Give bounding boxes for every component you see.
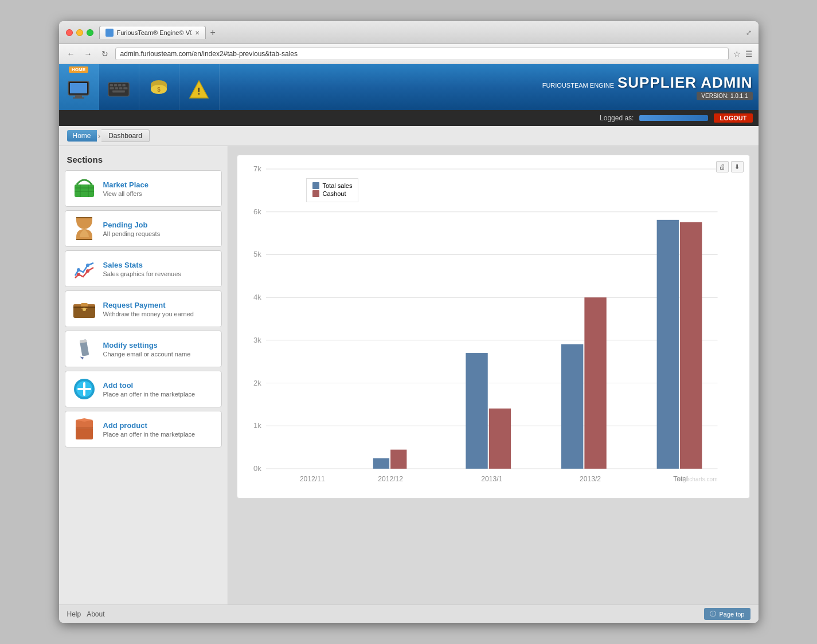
back-button[interactable]: ← xyxy=(65,48,77,60)
breadcrumb-home[interactable]: Home xyxy=(67,130,97,142)
chart-container: 🖨 ⬇ Total sales Cashout xyxy=(237,155,750,498)
page-top-label: Page top xyxy=(719,611,744,618)
reload-button[interactable]: ↻ xyxy=(99,48,111,60)
footer: Help About ⓘ Page top xyxy=(59,604,759,623)
breadcrumb: Home › Dashboard xyxy=(59,126,759,146)
bar-2012-12-red xyxy=(390,450,406,469)
browser-tab[interactable]: FuriousTeam® Engine© V0... ✕ xyxy=(99,26,206,39)
svg-text:1k: 1k xyxy=(253,421,261,430)
bookmark-icon[interactable]: ☆ xyxy=(733,49,741,58)
brand-small-text: FURIOUSTEAM ENGINE xyxy=(542,82,614,89)
svg-rect-3 xyxy=(73,97,84,99)
add-tool-icon xyxy=(72,377,96,401)
chest-svg xyxy=(72,299,96,319)
resize-icon: ⤢ xyxy=(746,29,752,37)
logged-bar: Logged as: LOGOUT xyxy=(59,110,759,126)
box-svg xyxy=(72,418,96,441)
market-place-icon xyxy=(72,176,96,201)
market-place-title: Market Place xyxy=(103,180,214,189)
minimize-button[interactable] xyxy=(76,29,83,36)
svg-text:2k: 2k xyxy=(253,379,261,387)
maximize-button[interactable] xyxy=(87,29,93,36)
close-button[interactable] xyxy=(66,29,73,36)
chart-legend: Total sales Cashout xyxy=(306,178,359,202)
bar-2013-1-blue xyxy=(466,353,487,469)
forward-button[interactable]: → xyxy=(82,48,95,60)
svg-point-30 xyxy=(86,269,89,273)
svg-rect-1 xyxy=(70,83,87,93)
tab-close-icon[interactable]: ✕ xyxy=(195,30,200,36)
new-tab-icon[interactable]: + xyxy=(208,28,218,38)
sidebar-item-add-tool[interactable]: Add tool Place an offer in the marketpla… xyxy=(65,371,222,407)
request-payment-title: Request Payment xyxy=(103,301,214,309)
svg-text:2012/12: 2012/12 xyxy=(378,475,403,483)
legend-cashout-color xyxy=(312,190,319,197)
menu-icon[interactable]: ☰ xyxy=(745,49,753,58)
request-payment-text: Request Payment Withdraw the money you e… xyxy=(103,301,214,317)
main-content: Sections Market Place View all offers xyxy=(59,146,759,604)
about-link[interactable]: About xyxy=(87,610,104,618)
header-nav-icons: HOME xyxy=(59,64,220,110)
breadcrumb-separator: › xyxy=(97,131,102,140)
svg-rect-11 xyxy=(119,87,122,89)
svg-rect-8 xyxy=(122,84,125,87)
svg-text:5k: 5k xyxy=(253,250,261,258)
add-product-text: Add product Place an offer in the market… xyxy=(103,421,214,438)
svg-text:2013/2: 2013/2 xyxy=(579,475,600,483)
svg-text:7k: 7k xyxy=(253,164,261,173)
sidebar-item-market-place[interactable]: Market Place View all offers xyxy=(65,170,222,207)
legend-total-sales-color xyxy=(312,182,319,189)
modify-settings-text: Modify settings Change email or account … xyxy=(103,341,214,358)
svg-text:!: ! xyxy=(197,87,200,96)
bar-2013-2-red xyxy=(584,297,606,469)
sales-stats-text: Sales Stats Sales graphics for revenues xyxy=(103,261,214,277)
svg-rect-20 xyxy=(75,184,94,197)
sidebar-item-pending-job[interactable]: Pending Job All pending requests xyxy=(65,210,222,247)
svg-text:6k: 6k xyxy=(253,207,261,216)
warning-nav-button[interactable]: ! xyxy=(179,64,220,110)
bar-2013-1-red xyxy=(488,409,510,469)
svg-rect-7 xyxy=(118,84,121,87)
svg-rect-2 xyxy=(75,95,82,97)
pending-job-title: Pending Job xyxy=(103,221,214,229)
market-place-text: Market Place View all offers xyxy=(103,180,214,197)
pending-job-icon xyxy=(72,217,96,241)
sidebar-item-request-payment[interactable]: Request Payment Withdraw the money you e… xyxy=(65,290,222,327)
header-brand: FURIOUSTEAM ENGINE SUPPLIER ADMIN VERSIO… xyxy=(542,74,759,100)
modify-settings-icon xyxy=(72,337,96,361)
svg-text:0k: 0k xyxy=(253,464,261,473)
home-nav-button[interactable]: HOME xyxy=(59,64,99,110)
breadcrumb-current: Dashboard xyxy=(101,129,150,142)
bar-2012-12-blue xyxy=(373,458,389,469)
svg-rect-12 xyxy=(123,87,127,89)
svg-text:4k: 4k xyxy=(253,293,261,301)
svg-text:$: $ xyxy=(157,87,161,93)
svg-text:Highcharts.com: Highcharts.com xyxy=(677,476,717,482)
add-product-desc: Place an offer in the marketplace xyxy=(103,431,214,438)
add-product-icon xyxy=(72,417,96,441)
modify-settings-title: Modify settings xyxy=(103,341,214,350)
svg-rect-9 xyxy=(110,87,114,89)
sidebar-item-modify-settings[interactable]: Modify settings Change email or account … xyxy=(65,331,222,367)
svg-rect-6 xyxy=(114,84,117,87)
request-payment-icon xyxy=(72,297,96,321)
money-nav-button[interactable]: $ xyxy=(139,64,179,110)
chart-print-button[interactable]: 🖨 xyxy=(716,161,729,172)
add-tool-text: Add tool Place an offer in the marketpla… xyxy=(103,381,214,398)
svg-text:2012/11: 2012/11 xyxy=(299,475,325,483)
help-link[interactable]: Help xyxy=(67,610,81,618)
keyboard-nav-button[interactable] xyxy=(99,64,139,110)
warning-svg: ! xyxy=(189,80,209,99)
chart-svg xyxy=(73,258,96,279)
sidebar-item-add-product[interactable]: Add product Place an offer in the market… xyxy=(65,411,222,447)
page-top-button[interactable]: ⓘ Page top xyxy=(704,608,750,620)
svg-point-28 xyxy=(86,264,89,267)
logout-button[interactable]: LOGOUT xyxy=(714,113,752,123)
chart-download-button[interactable]: ⬇ xyxy=(731,161,744,172)
monitor-nav-icon xyxy=(67,78,90,101)
svg-rect-10 xyxy=(115,87,118,89)
sidebar-item-sales-stats[interactable]: Sales Stats Sales graphics for revenues xyxy=(65,250,222,287)
sales-stats-title: Sales Stats xyxy=(103,261,214,269)
app-header: HOME xyxy=(59,64,759,110)
address-bar[interactable] xyxy=(115,48,729,60)
